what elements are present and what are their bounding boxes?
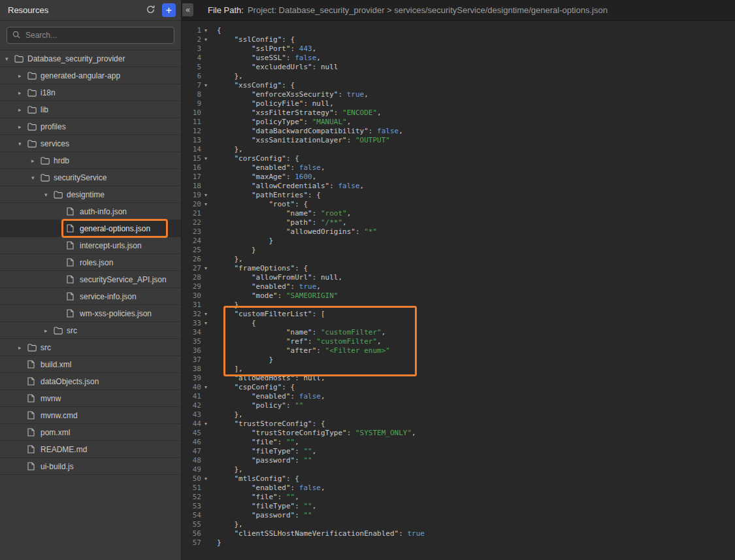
tree-item-i18n[interactable]: ▸i18n xyxy=(0,84,181,101)
collapse-sidebar-button[interactable]: « xyxy=(182,3,193,16)
tree-item-general-options.json[interactable]: general-options.json xyxy=(0,220,181,237)
code-line-12[interactable]: 12 "dataBackwardCompatibility": false, xyxy=(182,127,735,136)
code-line-52[interactable]: 52 "file": "", xyxy=(182,493,735,502)
code-line-15[interactable]: 15▾ "corsConfig": { xyxy=(182,154,735,163)
code-line-26[interactable]: 26 }, xyxy=(182,255,735,264)
chevron-right-icon[interactable]: ▸ xyxy=(18,107,27,113)
code-line-33[interactable]: 33▾ { xyxy=(182,319,735,328)
code-line-29[interactable]: 29 "enabled": true, xyxy=(182,282,735,291)
code-line-9[interactable]: 9 "policyFile": null, xyxy=(182,99,735,108)
code-line-3[interactable]: 3 "sslPort": 443, xyxy=(182,44,735,54)
code-line-21[interactable]: 21 "name": "root", xyxy=(182,209,735,218)
chevron-right-icon[interactable]: ▸ xyxy=(18,90,27,96)
fold-toggle-icon[interactable]: ▾ xyxy=(201,200,210,209)
tree-item-ui-build.js[interactable]: ui-build.js xyxy=(0,458,181,475)
code-line-2[interactable]: 2▾ "sslConfig": { xyxy=(182,35,735,44)
tree-item-intercept-urls.json[interactable]: intercept-urls.json xyxy=(0,237,181,254)
code-line-39[interactable]: 39 "allowedHosts": null, xyxy=(182,374,735,383)
fold-toggle-icon[interactable]: ▾ xyxy=(201,310,210,319)
chevron-right-icon[interactable]: ▸ xyxy=(31,157,41,164)
chevron-right-icon[interactable]: ▸ xyxy=(18,344,27,351)
code-line-4[interactable]: 4 "useSSL": false, xyxy=(182,54,735,63)
tree-item-hrdb[interactable]: ▸hrdb xyxy=(0,152,181,169)
code-line-8[interactable]: 8 "enforceXssSecurity": true, xyxy=(182,90,735,99)
fold-toggle-icon[interactable]: ▾ xyxy=(201,191,210,200)
code-line-57[interactable]: 57} xyxy=(182,538,735,548)
tree-item-service-info.json[interactable]: service-info.json xyxy=(0,288,181,305)
code-line-43[interactable]: 43 }, xyxy=(182,410,735,420)
code-line-32[interactable]: 32▾ "customFilterList": [ xyxy=(182,310,735,319)
chevron-down-icon[interactable]: ▾ xyxy=(31,174,41,181)
code-line-42[interactable]: 42 "policy": "" xyxy=(182,401,735,410)
chevron-down-icon[interactable]: ▾ xyxy=(5,56,14,62)
tree-item-README.md[interactable]: README.md xyxy=(0,441,181,458)
tree-item-securityService_API.json[interactable]: securityService_API.json xyxy=(0,271,181,288)
tree-item-designtime[interactable]: ▾designtime xyxy=(0,186,181,203)
code-line-11[interactable]: 11 "policyType": "MANUAL", xyxy=(182,118,735,127)
tree-item-generated-angular-app[interactable]: ▸generated-angular-app xyxy=(0,67,181,84)
tree-item-lib[interactable]: ▸lib xyxy=(0,101,181,118)
tree-item-roles.json[interactable]: roles.json xyxy=(0,254,181,271)
code-line-1[interactable]: 1▾{ xyxy=(182,26,735,35)
code-line-47[interactable]: 47 "fileType": "", xyxy=(182,447,735,456)
code-line-51[interactable]: 51 "enabled": false, xyxy=(182,484,735,493)
tree-item-build.xml[interactable]: build.xml xyxy=(0,356,181,373)
code-line-30[interactable]: 30 "mode": "SAMEORIGIN" xyxy=(182,291,735,301)
code-line-25[interactable]: 25 } xyxy=(182,246,735,255)
fold-toggle-icon[interactable]: ▾ xyxy=(201,35,210,44)
code-line-16[interactable]: 16 "enabled": false, xyxy=(182,163,735,173)
code-line-24[interactable]: 24 } xyxy=(182,237,735,246)
fold-toggle-icon[interactable]: ▾ xyxy=(201,319,210,328)
code-line-19[interactable]: 19▾ "pathEntries": { xyxy=(182,191,735,200)
code-line-56[interactable]: 56 "clientSSLHostNameVerificationEnabled… xyxy=(182,529,735,538)
fold-toggle-icon[interactable]: ▾ xyxy=(201,154,210,163)
tree-item-wm-xss-policies.json[interactable]: wm-xss-policies.json xyxy=(0,305,181,322)
code-line-53[interactable]: 53 "fileType": "", xyxy=(182,502,735,511)
fold-toggle-icon[interactable]: ▾ xyxy=(201,420,210,429)
tree-item-profiles[interactable]: ▸profiles xyxy=(0,118,181,135)
code-line-34[interactable]: 34 "name": "customFilter", xyxy=(182,328,735,337)
code-line-50[interactable]: 50▾ "mtlsConfig": { xyxy=(182,474,735,484)
code-line-40[interactable]: 40▾ "cspConfig": { xyxy=(182,383,735,392)
code-line-41[interactable]: 41 "enabled": false, xyxy=(182,392,735,401)
tree-item-securityService[interactable]: ▾securityService xyxy=(0,169,181,186)
code-line-31[interactable]: 31 }, xyxy=(182,301,735,310)
chevron-right-icon[interactable]: ▸ xyxy=(18,124,27,130)
fold-toggle-icon[interactable]: ▾ xyxy=(201,383,210,392)
chevron-down-icon[interactable]: ▾ xyxy=(18,140,27,147)
tree-item-Database_security_provider[interactable]: ▾Database_security_provider xyxy=(0,50,181,67)
code-line-55[interactable]: 55 }, xyxy=(182,520,735,529)
code-line-44[interactable]: 44▾ "trustStoreConfig": { xyxy=(182,420,735,429)
code-line-13[interactable]: 13 "xssSanitizationLayer": "OUTPUT" xyxy=(182,136,735,145)
chevron-right-icon[interactable]: ▸ xyxy=(44,327,54,334)
fold-toggle-icon[interactable]: ▾ xyxy=(201,474,210,484)
code-line-45[interactable]: 45 "trustStoreConfigType": "SYSTEM_ONLY"… xyxy=(182,429,735,438)
code-line-48[interactable]: 48 "password": "" xyxy=(182,456,735,465)
tree-item-src[interactable]: ▸src xyxy=(0,322,181,339)
search-input[interactable] xyxy=(24,30,169,41)
tree-item-services[interactable]: ▾services xyxy=(0,135,181,152)
code-line-23[interactable]: 23 "allowedOrigins": "*" xyxy=(182,227,735,237)
code-area[interactable]: 1▾{2▾ "sslConfig": {3 "sslPort": 443,4 "… xyxy=(182,21,735,560)
code-line-7[interactable]: 7▾ "xssConfig": { xyxy=(182,81,735,90)
code-line-36[interactable]: 36 "after": "<Filter enum>" xyxy=(182,346,735,355)
code-line-20[interactable]: 20▾ "root": { xyxy=(182,200,735,209)
code-line-49[interactable]: 49 }, xyxy=(182,465,735,474)
code-line-35[interactable]: 35 "ref": "customFilter", xyxy=(182,337,735,346)
code-line-38[interactable]: 38 ], xyxy=(182,365,735,374)
code-line-28[interactable]: 28 "allowFromUrl": null, xyxy=(182,273,735,282)
code-line-6[interactable]: 6 }, xyxy=(182,72,735,81)
tree-item-auth-info.json[interactable]: auth-info.json xyxy=(0,203,181,220)
code-line-5[interactable]: 5 "excludedUrls": null xyxy=(182,63,735,72)
fold-toggle-icon[interactable]: ▾ xyxy=(201,264,210,273)
code-line-54[interactable]: 54 "password": "" xyxy=(182,511,735,520)
code-line-27[interactable]: 27▾ "frameOptions": { xyxy=(182,264,735,273)
code-line-14[interactable]: 14 }, xyxy=(182,145,735,154)
code-line-22[interactable]: 22 "path": "/**", xyxy=(182,218,735,227)
search-box[interactable] xyxy=(7,27,174,44)
tree-item-pom.xml[interactable]: pom.xml xyxy=(0,424,181,441)
code-line-37[interactable]: 37 } xyxy=(182,355,735,365)
tree-item-mvnw.cmd[interactable]: mvnw.cmd xyxy=(0,407,181,424)
tree-item-src[interactable]: ▸src xyxy=(0,339,181,356)
fold-toggle-icon[interactable]: ▾ xyxy=(201,81,210,90)
